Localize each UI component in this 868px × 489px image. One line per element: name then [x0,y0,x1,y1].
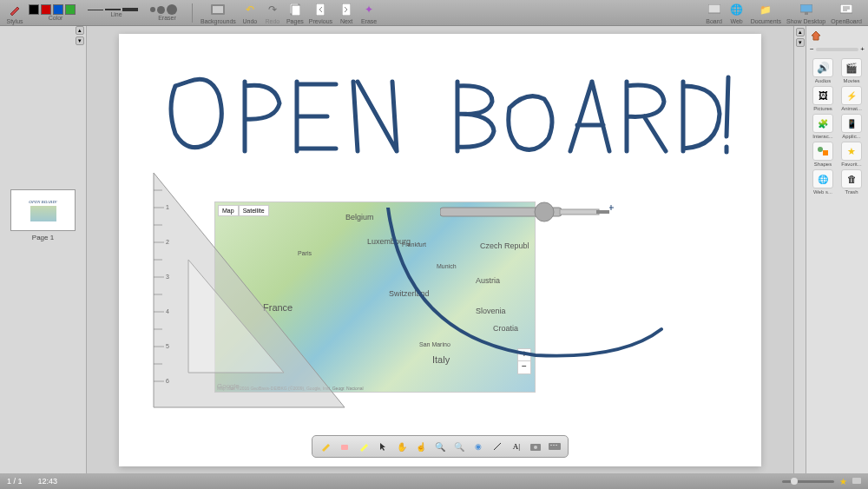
undo-button[interactable]: ↶ Undo [241,1,259,24]
erase-button[interactable]: ✦ Erase [360,1,378,24]
shapes-icon [817,146,829,156]
library-trash[interactable]: 🗑Trash [838,169,865,195]
openboard-icon [840,4,852,15]
text-button[interactable]: A| [509,439,524,454]
zoom-out-button[interactable]: 🔍 [451,439,467,454]
laser-icon: ◉ [475,442,482,451]
eraser-large[interactable] [167,4,177,15]
separator [192,3,193,23]
library-favorites[interactable]: ★Favorit... [838,142,865,167]
stylus-tool[interactable]: Stylus [6,1,23,24]
movie-icon: 🎬 [845,63,858,74]
svg-rect-3 [292,5,300,16]
text-icon: A| [513,442,520,451]
keyboard-button[interactable] [547,439,562,454]
eraser-small[interactable] [150,7,155,12]
laser-button[interactable]: ◉ [470,439,486,454]
color-green[interactable] [65,4,76,15]
keyboard-icon [549,442,561,451]
library-applications[interactable]: 📱Applic... [838,114,865,139]
show-desktop-button[interactable]: Show Desktop [786,1,825,24]
line-thick[interactable] [122,8,138,11]
library-pictures[interactable]: 🖼Pictures [810,86,836,111]
eraser-tool-button[interactable] [337,439,352,454]
page-label: Page 1 [32,234,54,241]
svg-rect-6 [708,4,720,13]
library-movies[interactable]: 🎬Movies [838,58,865,83]
slider-minus-icon[interactable]: − [810,45,814,53]
svg-rect-1 [213,6,223,13]
svg-rect-40 [553,445,555,446]
library-animations[interactable]: ⚡Animat... [838,86,865,111]
pages-panel: ▴ ▾ OPEN BOARD! Page 1 [0,26,87,473]
svg-rect-38 [549,443,561,450]
pages-button[interactable]: Pages [286,1,304,24]
page-thumbnail[interactable]: OPEN BOARD! [10,189,76,231]
next-icon [342,3,351,16]
svg-text:4: 4 [166,308,169,314]
zoom-in-button[interactable]: 🔍 [432,439,448,454]
flash-icon: ⚡ [846,91,857,101]
svg-rect-8 [805,12,808,15]
favorite-star-icon[interactable]: ★ [839,477,847,486]
line-med[interactable] [105,9,121,10]
svg-rect-30 [560,209,599,215]
clock: 12:43 [38,477,58,486]
next-button[interactable]: Next [338,1,355,24]
zoom-out-icon: 🔍 [454,442,464,452]
camera-icon [530,442,541,451]
pages-icon [290,3,300,16]
documents-button[interactable]: 📁 Documents [751,1,781,24]
icon-size-slider[interactable] [816,48,859,51]
highlighter-button[interactable] [356,439,372,454]
finger-button[interactable]: ☝ [413,439,429,454]
board-mode-button[interactable]: Board [706,1,723,24]
svg-rect-41 [556,445,557,446]
home-icon[interactable] [810,30,822,42]
backgrounds-button[interactable]: Backgrounds [201,1,236,24]
capture-button[interactable] [528,439,543,454]
app-icon: 📱 [846,119,857,129]
slider-plus-icon[interactable]: + [860,45,865,53]
thumb-map-icon [30,206,56,221]
whiteboard-canvas[interactable]: Map Satellite Belgium Luxembourg France … [119,34,761,466]
status-keyboard-icon[interactable] [852,477,861,486]
svg-text:1: 1 [166,204,169,210]
panel-up-button[interactable]: ▴ [76,26,84,35]
redo-icon: ↷ [268,3,277,16]
board-icon [708,4,720,15]
line-button[interactable] [490,439,505,454]
redo-button[interactable]: ↷ Redo [264,1,281,24]
color-blue[interactable] [53,4,63,15]
line-thin[interactable] [88,10,103,10]
color-red[interactable] [41,4,51,15]
library-grid: 🔊Audios 🎬Movies 🖼Pictures ⚡Animat... 🧩In… [810,58,865,195]
hand-button[interactable]: ✋ [394,439,410,454]
web-mode-button[interactable]: 🌐 Web [728,1,746,24]
openboard-menu-button[interactable]: OpenBoard [831,1,862,24]
zoom-handle[interactable] [791,478,798,485]
erase-icon: ✦ [365,3,373,16]
previous-button[interactable]: Previous [309,1,332,24]
pen-icon [9,3,21,16]
library-websearch[interactable]: 🌐Web s... [810,169,836,195]
library-shapes[interactable]: Shapes [810,142,836,167]
library-interactivities[interactable]: 🧩Interac... [810,114,836,139]
triangle-ruler-tool[interactable]: 123456 [136,164,362,416]
globe-icon: 🌐 [730,3,743,16]
side-down-button[interactable]: ▾ [796,38,805,47]
pointer-icon [378,441,388,452]
zoom-slider[interactable] [782,480,834,483]
panel-down-button[interactable]: ▾ [76,36,84,45]
hand-icon: ✋ [397,442,407,452]
compass-tool[interactable] [440,186,614,238]
color-black[interactable] [29,4,39,15]
eraser-med[interactable] [157,6,165,14]
eraser-icon [339,441,350,452]
svg-point-42 [818,147,823,152]
pen-tool-button[interactable] [318,439,333,454]
side-up-button[interactable]: ▴ [796,28,805,36]
pointer-button[interactable] [375,439,391,454]
svg-line-35 [494,443,501,450]
library-audios[interactable]: 🔊Audios [810,58,836,83]
